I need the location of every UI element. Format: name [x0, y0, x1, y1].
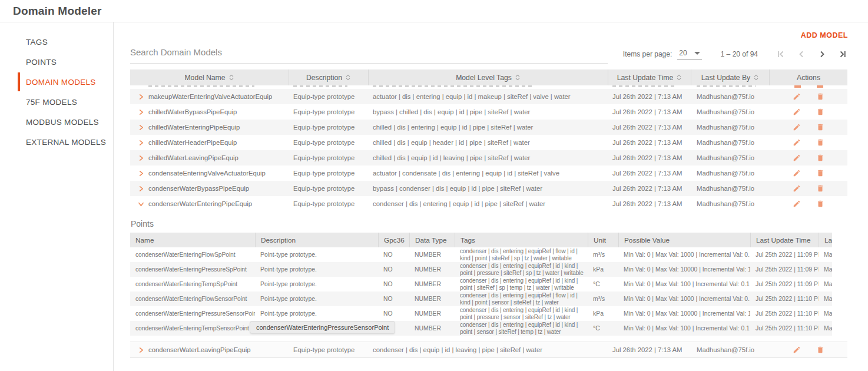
page-range-label: 1 – 20 of 94 [721, 50, 758, 58]
delete-icon[interactable] [816, 169, 824, 177]
model-last-update-time: Jul 26th 2022 | 7:13 AM [608, 185, 691, 192]
delete-icon[interactable] [816, 108, 824, 116]
points-column-header: Description [255, 233, 378, 247]
point-name: condenserWaterEnteringFlowSensorPoint [130, 296, 255, 302]
sidebar-item[interactable]: MODBUS MODELS [18, 112, 113, 131]
table-row[interactable]: chilledWaterEnteringPipeEquip Equip-type… [130, 120, 847, 135]
column-header[interactable]: Actions [769, 69, 847, 85]
point-unit: °C [588, 325, 618, 332]
delete-icon[interactable] [816, 154, 824, 162]
points-column-header: Last [819, 233, 832, 247]
sidebar-item[interactable]: POINTS [18, 52, 113, 71]
point-data-type: NUMBER [409, 310, 455, 317]
expand-chevron-icon[interactable] [138, 201, 144, 207]
edit-icon[interactable] [793, 138, 801, 147]
delete-icon[interactable] [816, 184, 824, 193]
sidebar-item-label: MODBUS MODELS [26, 118, 99, 127]
clipped-scrolled-row [130, 85, 847, 89]
point-last-update-by: Madh [819, 310, 832, 317]
model-last-update-time: Jul 26th 2022 | 7:13 AM [608, 139, 691, 146]
search-input[interactable] [130, 47, 608, 57]
table-row[interactable]: condenserWaterEnteringPipeEquip Equip-ty… [130, 196, 847, 211]
next-page-button[interactable] [817, 49, 827, 59]
delete-icon[interactable] [816, 200, 824, 208]
expand-chevron-icon[interactable] [138, 186, 144, 192]
column-header-label: Actions [797, 74, 820, 82]
point-unit: kPa [588, 266, 618, 273]
table-row[interactable]: chilledWaterBypassPipeEquip Equip-type p… [130, 104, 847, 120]
edit-icon[interactable] [793, 184, 801, 193]
points-row: condenserWaterEnteringPressureSpPoint Po… [130, 262, 832, 277]
table-row[interactable]: condenserWaterBypassPipeEquip Equip-type… [130, 181, 847, 196]
column-header[interactable]: Model Level Tags [368, 69, 608, 85]
expand-chevron-icon[interactable] [138, 94, 144, 100]
column-header[interactable]: Model Name [130, 69, 289, 85]
column-header[interactable]: Last Update Time [608, 69, 691, 85]
expand-chevron-icon[interactable] [138, 140, 144, 146]
points-row: condenserWaterEnteringFlowSpPoint Point-… [130, 247, 832, 262]
edit-icon[interactable] [793, 108, 801, 116]
edit-icon[interactable] [793, 169, 801, 177]
model-tags: condenser | dis | entering | equip | id … [368, 200, 608, 207]
model-name: condensateEnteringValveActuatorEquip [148, 170, 266, 177]
previous-page-button [796, 49, 807, 59]
points-section-title: Points [131, 219, 847, 228]
point-data-type: NUMBER [409, 251, 455, 258]
model-description: Equip-type prototype [289, 170, 368, 177]
table-row[interactable]: condenserWaterLeavingPipeEquip Equip-typ… [130, 342, 847, 358]
table-row[interactable]: makeupWaterEnteringValveActuatorEquip Eq… [130, 89, 847, 104]
layout: TAGS POINTS DOMAIN MODELS 75F MODELS MOD… [0, 22, 868, 371]
point-unit: °C [588, 281, 618, 287]
point-possible-value: Min Val: 0 | Max Val: 10000 | Incrementa… [618, 310, 750, 317]
column-header-label: Last Update By [701, 74, 750, 82]
model-tags: bypass | condenser | dis | equip | id | … [368, 185, 608, 192]
edit-icon[interactable] [793, 123, 801, 131]
column-header[interactable]: Last Update By [691, 69, 769, 85]
model-tags: chilled | dis | entering | equip | id | … [368, 124, 608, 131]
point-name: condenserWaterEnteringTempSensorPoint [130, 325, 255, 332]
expand-chevron-icon[interactable] [138, 347, 144, 353]
edit-icon[interactable] [793, 154, 801, 162]
points-column-header: Unit [588, 233, 618, 247]
edit-icon[interactable] [793, 346, 801, 354]
sidebar-item[interactable]: EXTERNAL MODELS [18, 132, 113, 151]
model-name: chilledWaterEnteringPipeEquip [148, 124, 240, 131]
sidebar-item-label: TAGS [26, 38, 48, 47]
expand-chevron-icon[interactable] [138, 109, 144, 115]
sidebar-item[interactable]: 75F MODELS [18, 92, 113, 111]
page-size-select[interactable]: 20 [677, 49, 701, 59]
sidebar-item[interactable]: TAGS [18, 32, 113, 51]
model-description: Equip-type prototype [289, 200, 368, 207]
points-row: condenserWaterEnteringPressureSensorPoin… [130, 306, 832, 321]
column-header[interactable]: Description [289, 69, 368, 85]
point-name: condenserWaterEnteringPressureSensorPoin… [130, 310, 255, 317]
expand-chevron-icon[interactable] [138, 170, 144, 177]
delete-icon[interactable] [816, 92, 824, 101]
point-last-update-time: Jul 25th 2022 | 11:10 PM [750, 296, 819, 302]
points-column-header: Last Update Time [750, 233, 819, 247]
point-gpc36: NO [378, 310, 409, 317]
sidebar-item[interactable]: DOMAIN MODELS [18, 72, 113, 91]
add-model-button[interactable]: ADD MODEL [801, 31, 848, 39]
edit-icon[interactable] [793, 200, 801, 208]
point-description: Point-type prototype. [255, 266, 378, 273]
point-tags: condenser | dis | entering | equipRef | … [455, 248, 588, 261]
sidebar-item-label: 75F MODELS [26, 98, 77, 107]
delete-icon[interactable] [816, 123, 824, 131]
model-last-update-time: Jul 26th 2022 | 7:13 AM [608, 124, 691, 131]
expand-chevron-icon[interactable] [138, 124, 144, 131]
point-possible-value: Min Val: 0 | Max Val: 100 | Incremental … [618, 281, 750, 287]
edit-icon[interactable] [793, 92, 801, 101]
model-tags: chilled | dis | equip | id | leaving | p… [368, 154, 608, 161]
table-row[interactable]: chilledWaterLeavingPipeEquip Equip-type … [130, 150, 847, 165]
expand-chevron-icon[interactable] [138, 155, 144, 161]
last-page-button[interactable] [837, 49, 848, 59]
table-row[interactable]: chilledWaterHeaderPipeEquip Equip-type p… [130, 135, 847, 150]
column-header-label: Description [306, 74, 342, 82]
delete-icon[interactable] [816, 346, 824, 354]
sort-icon [515, 74, 521, 81]
point-data-type: NUMBER [409, 325, 455, 332]
model-description: Equip-type prototype [289, 139, 368, 146]
delete-icon[interactable] [816, 138, 824, 147]
table-row[interactable]: condensateEnteringValveActuatorEquip Equ… [130, 165, 847, 181]
